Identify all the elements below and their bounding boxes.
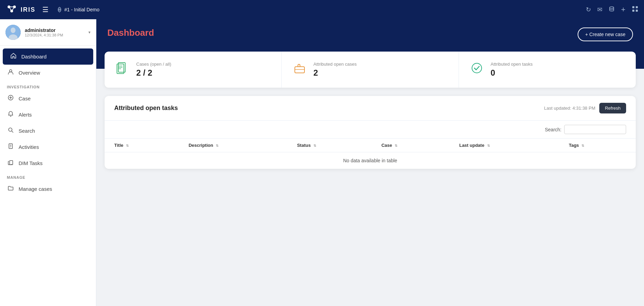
- refresh-icon[interactable]: ↻: [586, 6, 591, 13]
- rocket-icon: [57, 7, 62, 12]
- status-sort-icon[interactable]: ⇅: [313, 144, 316, 147]
- refresh-button[interactable]: Refresh: [599, 103, 626, 113]
- sidebar-item-case[interactable]: Case: [0, 90, 96, 107]
- person-icon: [7, 69, 14, 77]
- page-title: Dashboard: [107, 28, 154, 38]
- svg-rect-8: [632, 6, 634, 8]
- svg-point-14: [11, 28, 15, 33]
- case-icon: [7, 95, 14, 102]
- case-sort-icon[interactable]: ⇅: [395, 144, 397, 147]
- title-text: Dashboar: [107, 28, 149, 38]
- manage-section-label: MANAGE: [0, 171, 96, 181]
- case-indicator: #1 - Initial Demo: [57, 7, 99, 12]
- svg-point-34: [472, 63, 482, 73]
- mail-icon[interactable]: ✉: [597, 6, 602, 13]
- attr-cases-label: Attributed open cases: [313, 62, 357, 67]
- folder-icon: [7, 185, 14, 193]
- table-row: No data available in table: [105, 152, 636, 169]
- sidebar-item-manage-cases[interactable]: Manage cases: [0, 181, 96, 197]
- svg-point-7: [610, 7, 614, 8]
- sidebar-activities-label: Activities: [19, 144, 39, 150]
- search-input[interactable]: [564, 125, 626, 134]
- description-sort-icon[interactable]: ⇅: [216, 144, 218, 147]
- svg-rect-9: [636, 6, 638, 8]
- col-case: Case ⇅: [372, 139, 450, 152]
- last-update-sort-icon[interactable]: ⇅: [487, 144, 490, 147]
- sidebar-item-activities[interactable]: Activities: [0, 139, 96, 155]
- house-icon: [10, 53, 17, 61]
- database-icon[interactable]: [609, 6, 615, 14]
- svg-line-5: [12, 7, 14, 11]
- sidebar-case-label: Case: [19, 96, 31, 101]
- sidebar-nav: Dashboard Overview INVESTIGATION Case: [0, 46, 96, 306]
- col-description: Description ⇅: [179, 139, 287, 152]
- app-logo: IRIS: [6, 3, 35, 16]
- tasks-search-bar: Search:: [105, 121, 636, 139]
- sidebar-search-label: Search: [19, 128, 35, 134]
- create-new-case-button[interactable]: + Create new case: [578, 28, 633, 41]
- logo-icon: [6, 3, 18, 16]
- tasks-meta: Last updated: 4:31:38 PM Refresh: [544, 103, 626, 113]
- col-last-update: Last update ⇅: [450, 139, 559, 152]
- col-status: Status ⇅: [287, 139, 372, 152]
- briefcase-icon: [293, 61, 307, 78]
- add-icon[interactable]: +: [621, 5, 625, 14]
- svg-rect-26: [10, 161, 13, 165]
- svg-rect-11: [636, 10, 638, 12]
- no-data-text: No data available in table: [105, 152, 636, 169]
- sidebar-alerts-label: Alerts: [19, 112, 32, 118]
- hamburger-button[interactable]: ☰: [42, 6, 49, 14]
- col-title: Title ⇅: [105, 139, 179, 152]
- sidebar-manage-cases-label: Manage cases: [19, 186, 52, 192]
- attr-cases-value: 2: [313, 68, 357, 78]
- sidebar-item-overview[interactable]: Overview: [0, 65, 96, 81]
- top-navbar: IRIS ☰ #1 - Initial Demo ↻ ✉ +: [0, 0, 644, 19]
- tags-sort-icon[interactable]: ⇅: [581, 144, 584, 147]
- svg-point-6: [59, 9, 60, 10]
- svg-rect-32: [295, 67, 304, 73]
- apps-icon[interactable]: [632, 6, 638, 14]
- doc-icon: [116, 61, 129, 78]
- check-circle-icon: [470, 61, 484, 78]
- attr-tasks-label: Attributed open tasks: [491, 62, 533, 67]
- stat-cases-open-all: Cases (open / all) 2 / 2: [105, 52, 281, 88]
- svg-line-4: [9, 7, 12, 11]
- navbar-actions: ↻ ✉ +: [586, 5, 638, 14]
- tasks-section: Attributed open tasks Last updated: 4:31…: [105, 96, 636, 169]
- copy-icon: [7, 159, 14, 167]
- tasks-table: Title ⇅ Description ⇅ Status ⇅: [105, 139, 636, 169]
- sidebar-dashboard-label: Dashboard: [21, 54, 46, 59]
- file-icon: [7, 143, 14, 151]
- col-tags: Tags ⇅: [559, 139, 636, 152]
- sidebar-dim-tasks-label: DIM Tasks: [19, 160, 43, 166]
- cases-label: Cases (open / all): [136, 62, 171, 67]
- stat-attributed-open-tasks: Attributed open tasks 0: [459, 52, 636, 88]
- title-accent: d: [149, 28, 154, 38]
- investigation-section-label: INVESTIGATION: [0, 81, 96, 90]
- stats-card: Cases (open / all) 2 / 2 Attribute: [105, 52, 636, 88]
- user-menu-arrow[interactable]: ▾: [88, 30, 90, 35]
- search-icon: [7, 127, 14, 135]
- sidebar-item-search[interactable]: Search: [0, 123, 96, 139]
- sidebar-item-dashboard[interactable]: Dashboard: [3, 48, 93, 65]
- search-label: Search:: [545, 127, 561, 132]
- tasks-header: Attributed open tasks Last updated: 4:31…: [105, 96, 636, 121]
- title-sort-icon[interactable]: ⇅: [126, 144, 129, 147]
- user-name: administrator: [25, 28, 84, 33]
- sidebar-item-alerts[interactable]: Alerts: [0, 107, 96, 123]
- avatar: [6, 25, 21, 40]
- bell-icon: [7, 111, 14, 119]
- stat-attributed-open-cases: Attributed open cases 2: [281, 52, 459, 88]
- svg-line-21: [12, 131, 13, 132]
- sidebar-item-dim-tasks[interactable]: DIM Tasks: [0, 155, 96, 171]
- main-content: Dashboard + Create new case: [96, 19, 644, 306]
- logo-text: IRIS: [21, 6, 35, 13]
- tasks-title: Attributed open tasks: [114, 105, 178, 112]
- case-label: #1 - Initial Demo: [64, 7, 99, 12]
- user-date: 12/3/2024, 4:31:38 PM: [25, 33, 84, 37]
- cases-value: 2 / 2: [136, 68, 171, 78]
- content-area: Cases (open / all) 2 / 2 Attribute: [96, 52, 644, 306]
- last-updated-label: Last updated: 4:31:38 PM: [544, 106, 595, 111]
- sidebar-overview-label: Overview: [19, 70, 40, 76]
- sidebar-user: administrator 12/3/2024, 4:31:38 PM ▾: [0, 19, 96, 46]
